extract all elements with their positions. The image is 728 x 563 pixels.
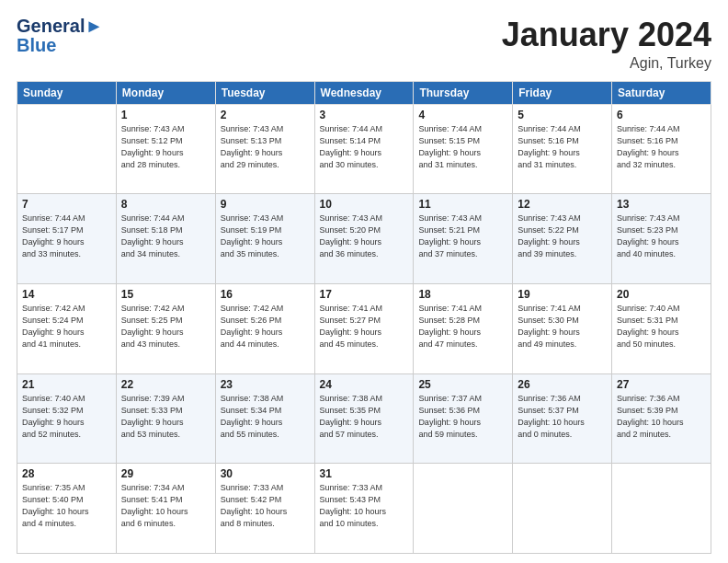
calendar-cell: 6Sunrise: 7:44 AMSunset: 5:16 PMDaylight… — [612, 104, 711, 194]
day-number: 5 — [518, 109, 607, 121]
day-info: Sunrise: 7:41 AMSunset: 5:27 PMDaylight:… — [320, 303, 409, 350]
day-number: 28 — [22, 467, 111, 480]
day-number: 17 — [320, 288, 409, 301]
day-number: 20 — [617, 288, 706, 301]
day-number: 1 — [121, 109, 210, 121]
day-info: Sunrise: 7:37 AMSunset: 5:36 PMDaylight:… — [418, 393, 507, 441]
calendar-cell: 21Sunrise: 7:40 AMSunset: 5:32 PMDayligh… — [17, 373, 117, 464]
day-info: Sunrise: 7:43 AMSunset: 5:20 PMDaylight:… — [320, 213, 409, 260]
day-number: 27 — [617, 378, 706, 391]
day-number: 23 — [221, 378, 310, 391]
day-info: Sunrise: 7:44 AMSunset: 5:15 PMDaylight:… — [418, 123, 507, 171]
weekday-header-wednesday: Wednesday — [314, 81, 414, 104]
weekday-header-thursday: Thursday — [414, 81, 513, 104]
weekday-header-friday: Friday — [513, 81, 612, 104]
day-info: Sunrise: 7:43 AMSunset: 5:22 PMDaylight:… — [518, 213, 607, 260]
day-number: 4 — [418, 109, 507, 121]
day-info: Sunrise: 7:38 AMSunset: 5:35 PMDaylight:… — [320, 393, 409, 441]
day-info: Sunrise: 7:44 AMSunset: 5:18 PMDaylight:… — [121, 213, 210, 260]
calendar-cell: 8Sunrise: 7:44 AMSunset: 5:18 PMDaylight… — [116, 194, 215, 284]
calendar-cell: 19Sunrise: 7:41 AMSunset: 5:30 PMDayligh… — [513, 283, 612, 373]
day-info: Sunrise: 7:34 AMSunset: 5:41 PMDaylight:… — [121, 482, 210, 530]
day-info: Sunrise: 7:38 AMSunset: 5:34 PMDaylight:… — [221, 393, 310, 441]
day-number: 2 — [221, 109, 310, 121]
day-info: Sunrise: 7:40 AMSunset: 5:31 PMDaylight:… — [617, 303, 706, 350]
calendar-cell: 18Sunrise: 7:41 AMSunset: 5:28 PMDayligh… — [414, 283, 513, 373]
day-info: Sunrise: 7:44 AMSunset: 5:16 PMDaylight:… — [518, 123, 607, 171]
calendar-cell: 23Sunrise: 7:38 AMSunset: 5:34 PMDayligh… — [215, 373, 314, 464]
calendar-cell: 24Sunrise: 7:38 AMSunset: 5:35 PMDayligh… — [314, 373, 414, 464]
day-info: Sunrise: 7:33 AMSunset: 5:43 PMDaylight:… — [320, 482, 409, 530]
day-number: 21 — [22, 378, 111, 391]
day-info: Sunrise: 7:41 AMSunset: 5:30 PMDaylight:… — [518, 303, 607, 350]
calendar-cell: 17Sunrise: 7:41 AMSunset: 5:27 PMDayligh… — [314, 283, 414, 373]
weekday-header-tuesday: Tuesday — [215, 81, 314, 104]
calendar-cell: 3Sunrise: 7:44 AMSunset: 5:14 PMDaylight… — [314, 104, 414, 194]
day-info: Sunrise: 7:43 AMSunset: 5:23 PMDaylight:… — [617, 213, 706, 260]
weekday-header-sunday: Sunday — [17, 81, 117, 104]
calendar-cell: 31Sunrise: 7:33 AMSunset: 5:43 PMDayligh… — [314, 464, 414, 554]
day-info: Sunrise: 7:42 AMSunset: 5:24 PMDaylight:… — [22, 303, 111, 350]
calendar-cell — [513, 464, 612, 554]
calendar-cell: 25Sunrise: 7:37 AMSunset: 5:36 PMDayligh… — [414, 373, 513, 464]
day-number: 30 — [221, 467, 310, 480]
logo-blue: Blue — [17, 35, 56, 55]
calendar-cell: 28Sunrise: 7:35 AMSunset: 5:40 PMDayligh… — [17, 464, 117, 554]
day-number: 26 — [518, 378, 607, 391]
calendar-cell: 1Sunrise: 7:43 AMSunset: 5:12 PMDaylight… — [116, 104, 215, 194]
calendar-cell: 20Sunrise: 7:40 AMSunset: 5:31 PMDayligh… — [612, 283, 711, 373]
day-number: 6 — [617, 109, 706, 121]
day-info: Sunrise: 7:36 AMSunset: 5:37 PMDaylight:… — [518, 393, 607, 441]
day-number: 22 — [121, 378, 210, 391]
calendar-cell: 14Sunrise: 7:42 AMSunset: 5:24 PMDayligh… — [17, 283, 117, 373]
day-info: Sunrise: 7:43 AMSunset: 5:21 PMDaylight:… — [418, 213, 507, 260]
calendar-cell: 16Sunrise: 7:42 AMSunset: 5:26 PMDayligh… — [215, 283, 314, 373]
calendar-cell: 29Sunrise: 7:34 AMSunset: 5:41 PMDayligh… — [116, 464, 215, 554]
day-info: Sunrise: 7:33 AMSunset: 5:42 PMDaylight:… — [221, 482, 310, 530]
calendar-cell: 2Sunrise: 7:43 AMSunset: 5:13 PMDaylight… — [215, 104, 314, 194]
day-info: Sunrise: 7:35 AMSunset: 5:40 PMDaylight:… — [22, 482, 111, 530]
logo: General► Blue — [17, 17, 103, 55]
day-number: 7 — [22, 198, 111, 211]
calendar-cell: 15Sunrise: 7:42 AMSunset: 5:25 PMDayligh… — [116, 283, 215, 373]
calendar-cell: 22Sunrise: 7:39 AMSunset: 5:33 PMDayligh… — [116, 373, 215, 464]
day-number: 25 — [418, 378, 507, 391]
calendar-cell: 11Sunrise: 7:43 AMSunset: 5:21 PMDayligh… — [414, 194, 513, 284]
day-number: 19 — [518, 288, 607, 301]
day-number: 12 — [518, 198, 607, 211]
day-number: 29 — [121, 467, 210, 480]
day-info: Sunrise: 7:36 AMSunset: 5:39 PMDaylight:… — [617, 393, 706, 441]
day-info: Sunrise: 7:43 AMSunset: 5:19 PMDaylight:… — [221, 213, 310, 260]
calendar-cell — [612, 464, 711, 554]
weekday-header-monday: Monday — [116, 81, 215, 104]
day-info: Sunrise: 7:42 AMSunset: 5:25 PMDaylight:… — [121, 303, 210, 350]
header: General► Blue January 2024 Agin, Turkey — [17, 17, 711, 72]
day-number: 31 — [320, 467, 409, 480]
calendar-cell: 13Sunrise: 7:43 AMSunset: 5:23 PMDayligh… — [612, 194, 711, 284]
calendar-cell: 9Sunrise: 7:43 AMSunset: 5:19 PMDaylight… — [215, 194, 314, 284]
calendar-cell: 30Sunrise: 7:33 AMSunset: 5:42 PMDayligh… — [215, 464, 314, 554]
calendar-cell: 5Sunrise: 7:44 AMSunset: 5:16 PMDaylight… — [513, 104, 612, 194]
day-number: 9 — [221, 198, 310, 211]
day-info: Sunrise: 7:42 AMSunset: 5:26 PMDaylight:… — [221, 303, 310, 350]
day-info: Sunrise: 7:41 AMSunset: 5:28 PMDaylight:… — [418, 303, 507, 350]
day-info: Sunrise: 7:39 AMSunset: 5:33 PMDaylight:… — [121, 393, 210, 441]
calendar-cell: 4Sunrise: 7:44 AMSunset: 5:15 PMDaylight… — [414, 104, 513, 194]
calendar-cell: 27Sunrise: 7:36 AMSunset: 5:39 PMDayligh… — [612, 373, 711, 464]
day-number: 10 — [320, 198, 409, 211]
calendar-table: SundayMondayTuesdayWednesdayThursdayFrid… — [17, 81, 711, 554]
weekday-header-saturday: Saturday — [612, 81, 711, 104]
day-info: Sunrise: 7:44 AMSunset: 5:16 PMDaylight:… — [617, 123, 706, 171]
day-info: Sunrise: 7:43 AMSunset: 5:13 PMDaylight:… — [221, 123, 310, 171]
calendar-cell — [17, 104, 117, 194]
calendar-cell — [414, 464, 513, 554]
day-number: 13 — [617, 198, 706, 211]
day-number: 16 — [221, 288, 310, 301]
day-number: 24 — [320, 378, 409, 391]
calendar-cell: 26Sunrise: 7:36 AMSunset: 5:37 PMDayligh… — [513, 373, 612, 464]
page: General► Blue January 2024 Agin, Turkey … — [0, 0, 728, 563]
day-number: 11 — [418, 198, 507, 211]
calendar-cell: 12Sunrise: 7:43 AMSunset: 5:22 PMDayligh… — [513, 194, 612, 284]
calendar-cell: 10Sunrise: 7:43 AMSunset: 5:20 PMDayligh… — [314, 194, 414, 284]
location-title: Agin, Turkey — [502, 55, 711, 72]
